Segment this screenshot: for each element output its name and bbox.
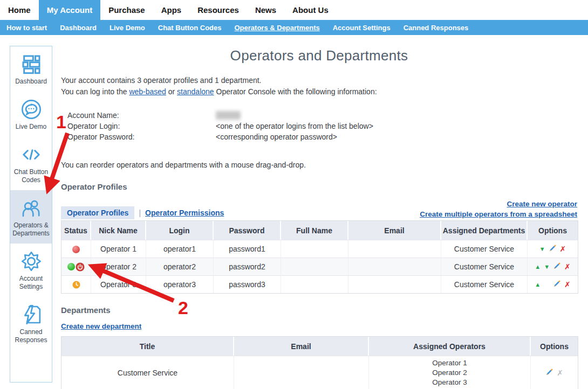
create-multiple-operators-link[interactable]: Create multiple operators from a spreads… <box>420 209 577 219</box>
sidebar-label: Chat Button Codes <box>12 168 50 184</box>
lightning-document-icon <box>20 304 42 325</box>
departments-table-header: Title Email Assigned Operators Options <box>61 337 578 356</box>
status-offline-icon <box>72 246 80 253</box>
nick-name-cell: Operator 2 <box>91 258 146 275</box>
power-button-icon[interactable] <box>76 262 85 272</box>
login-cell: operator2 <box>146 258 214 275</box>
assigned-departments-cell: Customer Service <box>441 275 528 293</box>
dashboard-icon <box>20 53 42 75</box>
subnav-dashboard[interactable]: Dashboard <box>53 24 103 32</box>
edit-icon[interactable] <box>549 244 557 254</box>
subnav-canned-responses[interactable]: Canned Responses <box>397 24 475 32</box>
sidebar: Dashboard Live Demo Chat Button Codes Op… <box>10 46 52 383</box>
sidebar-item-account-settings[interactable]: Account Settings <box>10 244 52 297</box>
subnav-chat-button-codes[interactable]: Chat Button Codes <box>152 24 228 32</box>
departments-table: Title Email Assigned Operators Options C… <box>61 336 578 389</box>
account-name-value-blurred <box>216 111 241 120</box>
nav-item-my-account[interactable]: My Account <box>39 0 100 20</box>
password-cell: password2 <box>214 258 281 275</box>
table-row: Operator 1 operator1 password1 Customer … <box>61 240 578 258</box>
full-name-cell <box>281 240 348 258</box>
tab-separator: | <box>139 209 141 217</box>
sidebar-item-chat-button-codes[interactable]: Chat Button Codes <box>10 137 52 190</box>
top-nav: Home My Account Purchase Apps Resources … <box>0 0 588 20</box>
subnav-live-demo[interactable]: Live Demo <box>103 24 152 32</box>
sidebar-label: Account Settings <box>12 275 50 291</box>
move-down-icon[interactable]: ▼ <box>544 264 550 270</box>
department-title-cell: Customer Service <box>61 356 234 389</box>
subnav-account-settings[interactable]: Account Settings <box>326 24 397 32</box>
status-away-icon <box>72 281 80 289</box>
operator-password-value: <corresponding operator password> <box>216 133 337 141</box>
col-title: Title <box>61 337 234 356</box>
subnav-operators-departments[interactable]: Operators & Departments <box>228 24 326 32</box>
col-assigned-operators: Assigned Operators <box>369 337 531 356</box>
move-up-icon[interactable]: ▲ <box>535 264 541 270</box>
sidebar-item-operators-departments[interactable]: Operators & Departments <box>10 190 52 244</box>
sub-nav: How to start Dashboard Live Demo Chat Bu… <box>0 20 588 35</box>
sidebar-item-live-demo[interactable]: Live Demo <box>10 92 52 137</box>
nav-item-about-us[interactable]: About Us <box>284 0 337 20</box>
sidebar-item-dashboard[interactable]: Dashboard <box>10 46 52 92</box>
password-cell: password1 <box>214 240 281 258</box>
col-email: Email <box>348 221 441 240</box>
nav-item-apps[interactable]: Apps <box>153 0 190 20</box>
tab-operator-profiles[interactable]: Operator Profiles <box>61 206 134 219</box>
main-content: Operators and Departments Your account c… <box>61 47 577 389</box>
sidebar-label: Operators & Departments <box>12 221 50 238</box>
sidebar-label: Canned Responses <box>12 328 50 344</box>
assigned-departments-cell: Customer Service <box>441 240 528 258</box>
nav-item-news[interactable]: News <box>247 0 284 20</box>
options-cell: ▼✗ <box>528 240 578 258</box>
full-name-cell <box>281 258 348 275</box>
operator-tabs: Operator Profiles | Operator Permissions <box>61 206 224 219</box>
col-assigned-departments: Assigned Departments <box>441 221 528 240</box>
departments-heading: Departments <box>61 305 577 315</box>
tab-operator-permissions[interactable]: Operator Permissions <box>145 209 224 217</box>
create-new-operator-link[interactable]: Create new operator <box>420 199 577 209</box>
subnav-how-to-start[interactable]: How to start <box>0 24 53 32</box>
status-online-icon <box>67 263 75 270</box>
delete-icon[interactable]: ✗ <box>564 280 571 289</box>
col-full-name: Full Name <box>281 221 348 240</box>
table-row: Customer Service Operator 1 Operator 2 O… <box>61 356 578 389</box>
edit-icon[interactable] <box>545 368 553 378</box>
operator-login-label: Operator Login: <box>61 122 216 130</box>
chat-bubble-icon <box>20 99 42 120</box>
login-cell: operator3 <box>146 275 214 293</box>
code-icon <box>20 144 42 165</box>
move-up-icon[interactable]: ▲ <box>535 282 541 288</box>
credentials-block: Account Name: Operator Login: <one of th… <box>61 110 577 142</box>
login-cell: operator1 <box>146 240 214 258</box>
col-login: Login <box>146 221 214 240</box>
options-cell: ▲▼✗ <box>528 258 578 275</box>
col-status: Status <box>61 221 91 240</box>
standalone-link[interactable]: standalone <box>177 87 214 96</box>
delete-icon[interactable]: ✗ <box>564 262 571 271</box>
sidebar-item-canned-responses[interactable]: Canned Responses <box>10 297 52 350</box>
move-down-icon[interactable]: ▼ <box>539 246 545 252</box>
nav-item-resources[interactable]: Resources <box>189 0 247 20</box>
create-new-department-link[interactable]: Create new department <box>61 322 141 330</box>
sidebar-label: Dashboard <box>12 78 50 86</box>
nav-item-home[interactable]: Home <box>0 0 39 20</box>
full-name-cell <box>281 275 348 293</box>
web-based-link[interactable]: web-based <box>129 87 166 96</box>
intro-line-1: Your account contains 3 operator profile… <box>61 75 577 86</box>
gear-icon <box>20 251 42 272</box>
table-row: Operator 3 operator3 password3 Customer … <box>61 275 578 293</box>
options-cell: ✗ <box>531 356 578 389</box>
delete-icon[interactable]: ✗ <box>560 245 566 253</box>
edit-icon[interactable] <box>553 262 561 272</box>
operator-table-header: Status Nick Name Login Password Full Nam… <box>61 221 578 240</box>
nav-item-purchase[interactable]: Purchase <box>100 0 153 20</box>
assigned-departments-cell: Customer Service <box>441 258 528 275</box>
department-email-cell <box>234 356 369 389</box>
sidebar-label: Live Demo <box>12 123 50 131</box>
col-nick-name: Nick Name <box>91 221 146 240</box>
intro-line-2: You can log into the web-based or standa… <box>61 86 577 98</box>
nick-name-cell: Operator 3 <box>91 275 146 293</box>
operator-password-label: Operator Password: <box>61 133 216 141</box>
edit-icon[interactable] <box>553 280 561 289</box>
table-row: Operator 2 operator2 password2 Customer … <box>61 258 578 275</box>
